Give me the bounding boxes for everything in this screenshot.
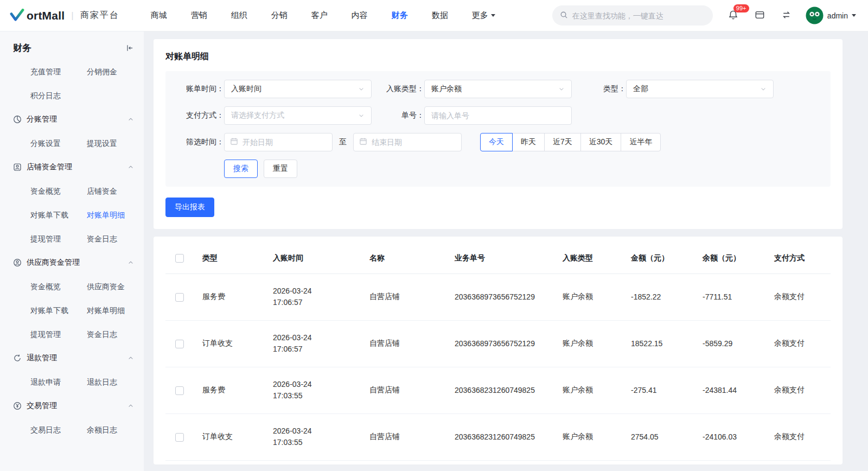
user-menu[interactable]: admin xyxy=(806,7,856,24)
sidebar-group-header[interactable]: 交易管理 xyxy=(13,394,134,418)
sidebar-group-header[interactable]: 分账管理 xyxy=(13,107,134,131)
nav-item[interactable]: 数据 xyxy=(432,10,448,21)
exchange-button[interactable] xyxy=(781,10,792,22)
table-card: 类型入账时间名称业务单号入账类型金额（元）余额（元）支付方式 服务费2026-0… xyxy=(154,237,843,464)
sidebar-item[interactable]: 资金日志 xyxy=(87,322,134,346)
sidebar-item[interactable]: 对账单下载 xyxy=(30,203,87,227)
sidebar-item[interactable]: 店铺资金 xyxy=(87,179,134,203)
cell-pay-method: 余额支付 xyxy=(772,367,831,413)
sidebar-item[interactable]: 供应商资金 xyxy=(87,275,134,298)
sidebar-group-items: 充值管理分销佣金积分日志 xyxy=(13,60,134,107)
quick-range-button[interactable]: 昨天 xyxy=(512,133,545,151)
start-date-input[interactable] xyxy=(242,138,327,147)
workspace-icon xyxy=(755,10,765,22)
bill-time-select[interactable]: 入账时间 xyxy=(224,80,372,98)
sidebar-item[interactable]: 提现设置 xyxy=(87,131,134,155)
sidebar-group-label: 店铺资金管理 xyxy=(27,162,72,172)
sidebar-item[interactable]: 退款日志 xyxy=(87,370,134,394)
row-checkbox[interactable] xyxy=(175,433,184,442)
store-icon xyxy=(13,163,22,171)
search-button[interactable]: 搜索 xyxy=(224,160,258,178)
select-all-checkbox[interactable] xyxy=(175,254,184,263)
logo-icon xyxy=(10,9,24,23)
nav-item[interactable]: 分销 xyxy=(271,10,288,21)
account-type-label: 入账类型： xyxy=(372,84,424,94)
cell-name: 自营店铺 xyxy=(367,320,452,367)
table-body: 服务费2026-03-2417:06:57自营店铺203636897365675… xyxy=(165,273,831,460)
search-input[interactable] xyxy=(572,11,705,20)
end-date-input-box[interactable] xyxy=(353,133,462,151)
row-checkbox[interactable] xyxy=(175,340,184,348)
nav-item[interactable]: 组织 xyxy=(231,10,247,21)
yen-icon xyxy=(13,402,22,410)
filter-time-label: 筛选时间： xyxy=(176,137,224,147)
cell-time: 2026-03-2417:06:57 xyxy=(271,273,367,320)
sidebar-group-header[interactable]: 店铺资金管理 xyxy=(13,155,134,179)
pay-method-select[interactable]: 请选择支付方式 xyxy=(224,106,372,125)
nav-item[interactable]: 更多 xyxy=(472,10,495,21)
cell-order-no: 2036368231260749825 xyxy=(452,413,560,460)
sidebar-item[interactable]: 积分日志 xyxy=(30,84,87,107)
search-box[interactable] xyxy=(552,5,713,26)
sidebar-item[interactable]: 充值管理 xyxy=(30,60,87,84)
sidebar-item[interactable]: 分销佣金 xyxy=(87,60,134,84)
collapse-sidebar-button[interactable] xyxy=(126,44,134,52)
cell-time: 2026-03-2417:06:57 xyxy=(271,320,367,367)
notifications-button[interactable]: 99+ xyxy=(728,10,738,22)
start-date-input-box[interactable] xyxy=(224,133,333,151)
sidebar-item[interactable]: 资金概览 xyxy=(30,275,87,298)
nav-item[interactable]: 内容 xyxy=(352,10,368,21)
quick-range-button[interactable]: 近30天 xyxy=(580,133,622,151)
end-date-input[interactable] xyxy=(372,138,456,147)
sidebar-group-header[interactable]: 供应商资金管理 xyxy=(13,251,134,275)
sidebar-item[interactable]: 余额日志 xyxy=(87,418,134,442)
statement-table: 类型入账时间名称业务单号入账类型金额（元）余额（元）支付方式 服务费2026-0… xyxy=(165,243,831,461)
workspace-button[interactable] xyxy=(755,10,765,22)
table-row: 订单收支2026-03-2417:06:57自营店铺20363689736567… xyxy=(165,320,831,367)
sidebar-item[interactable]: 退款申请 xyxy=(30,370,87,394)
nav-item-label: 商城 xyxy=(151,10,167,21)
filter-row-2: 支付方式： 请选择支付方式 单号： xyxy=(176,106,820,125)
reset-button[interactable]: 重置 xyxy=(264,160,297,178)
account-type-select[interactable]: 账户余额 xyxy=(424,80,572,98)
quick-range-button[interactable]: 近7天 xyxy=(544,133,581,151)
sidebar-item[interactable]: 提现管理 xyxy=(30,227,87,251)
chevron-down-icon xyxy=(491,14,495,17)
quick-range-button[interactable]: 近半年 xyxy=(621,133,661,151)
nav-item[interactable]: 营销 xyxy=(191,10,207,21)
sidebar-item[interactable]: 提现管理 xyxy=(30,322,87,346)
export-button[interactable]: 导出报表 xyxy=(165,198,214,217)
cell-time: 2026-03-2417:03:55 xyxy=(271,413,367,460)
row-checkbox[interactable] xyxy=(175,293,184,302)
order-no-input[interactable] xyxy=(431,111,565,120)
nav-item[interactable]: 商城 xyxy=(151,10,167,21)
sidebar-item[interactable]: 分账设置 xyxy=(30,131,87,155)
order-no-input-box[interactable] xyxy=(424,106,572,125)
nav-item[interactable]: 财务 xyxy=(392,10,408,21)
chevron-down-icon xyxy=(852,14,856,17)
sidebar-item[interactable]: 对账单明细 xyxy=(87,298,134,322)
sidebar-group-label: 退款管理 xyxy=(27,353,57,363)
nav-item-label: 更多 xyxy=(472,10,488,21)
cell-name: 自营店铺 xyxy=(367,367,452,413)
username: admin xyxy=(827,11,848,20)
row-checkbox[interactable] xyxy=(175,386,184,395)
sidebar-item[interactable]: 资金概览 xyxy=(30,179,87,203)
column-header: 业务单号 xyxy=(452,243,560,273)
type-select[interactable]: 全部 xyxy=(626,80,774,98)
sidebar-item[interactable]: 对账单下载 xyxy=(30,298,87,322)
cell-type: 服务费 xyxy=(200,273,271,320)
sidebar-item[interactable]: 交易日志 xyxy=(30,418,87,442)
sidebar-item[interactable]: 资金日志 xyxy=(87,227,134,251)
logo[interactable]: ortMall xyxy=(10,9,65,23)
cell-order-no: 2036368231260749825 xyxy=(452,367,560,413)
sidebar-item[interactable]: 对账单明细 xyxy=(87,203,134,227)
cell-account-type: 账户余额 xyxy=(560,273,629,320)
sidebar-group-header[interactable]: 退款管理 xyxy=(13,346,134,370)
quick-range-button[interactable]: 今天 xyxy=(480,133,513,151)
nav-item[interactable]: 客户 xyxy=(311,10,328,21)
cell-account-type: 账户余额 xyxy=(560,413,629,460)
main-nav: 商城营销组织分销客户内容财务数据更多 xyxy=(151,10,495,21)
cell-type: 服务费 xyxy=(200,367,271,413)
avatar xyxy=(806,7,824,24)
